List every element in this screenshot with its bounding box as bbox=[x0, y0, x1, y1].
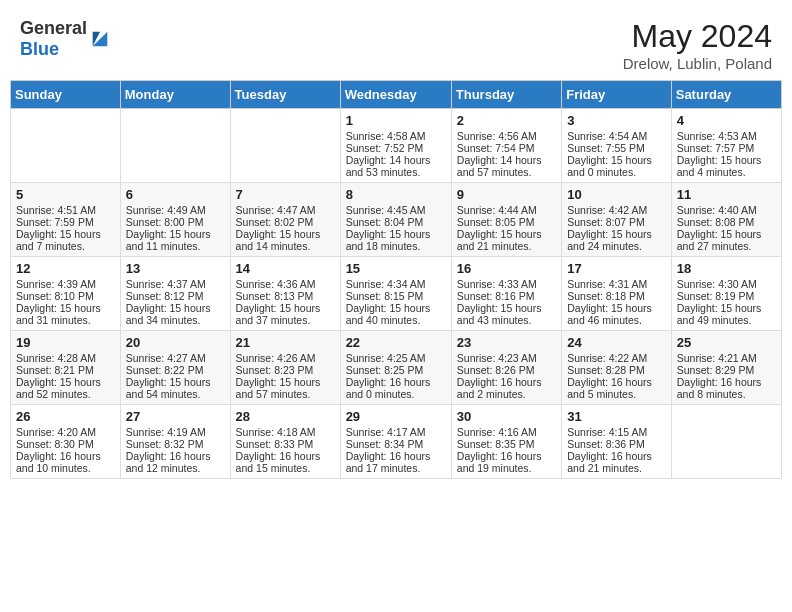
day-info-line: Daylight: 15 hours and 4 minutes. bbox=[677, 154, 776, 178]
day-info-line: Sunrise: 4:30 AM bbox=[677, 278, 776, 290]
day-info-line: Sunrise: 4:45 AM bbox=[346, 204, 446, 216]
day-info-line: Daylight: 15 hours and 43 minutes. bbox=[457, 302, 556, 326]
day-number: 17 bbox=[567, 261, 666, 276]
day-info-line: Sunset: 7:59 PM bbox=[16, 216, 115, 228]
calendar-cell: 24Sunrise: 4:22 AMSunset: 8:28 PMDayligh… bbox=[562, 331, 672, 405]
calendar-cell: 20Sunrise: 4:27 AMSunset: 8:22 PMDayligh… bbox=[120, 331, 230, 405]
day-info-line: Sunset: 8:19 PM bbox=[677, 290, 776, 302]
day-number: 23 bbox=[457, 335, 556, 350]
day-info-line: Sunrise: 4:49 AM bbox=[126, 204, 225, 216]
day-info-line: Sunrise: 4:34 AM bbox=[346, 278, 446, 290]
day-info-line: Daylight: 15 hours and 46 minutes. bbox=[567, 302, 666, 326]
day-info-line: Daylight: 15 hours and 54 minutes. bbox=[126, 376, 225, 400]
calendar-cell: 11Sunrise: 4:40 AMSunset: 8:08 PMDayligh… bbox=[671, 183, 781, 257]
day-info-line: Sunrise: 4:20 AM bbox=[16, 426, 115, 438]
day-info-line: Daylight: 14 hours and 53 minutes. bbox=[346, 154, 446, 178]
day-info-line: Sunrise: 4:27 AM bbox=[126, 352, 225, 364]
calendar-week-row: 26Sunrise: 4:20 AMSunset: 8:30 PMDayligh… bbox=[11, 405, 782, 479]
day-number: 13 bbox=[126, 261, 225, 276]
day-info-line: Daylight: 15 hours and 14 minutes. bbox=[236, 228, 335, 252]
calendar-cell: 16Sunrise: 4:33 AMSunset: 8:16 PMDayligh… bbox=[451, 257, 561, 331]
day-number: 4 bbox=[677, 113, 776, 128]
day-info-line: Daylight: 15 hours and 31 minutes. bbox=[16, 302, 115, 326]
calendar-cell: 10Sunrise: 4:42 AMSunset: 8:07 PMDayligh… bbox=[562, 183, 672, 257]
day-number: 16 bbox=[457, 261, 556, 276]
day-info-line: Daylight: 15 hours and 18 minutes. bbox=[346, 228, 446, 252]
day-info-line: Sunrise: 4:54 AM bbox=[567, 130, 666, 142]
calendar-cell: 18Sunrise: 4:30 AMSunset: 8:19 PMDayligh… bbox=[671, 257, 781, 331]
calendar-cell: 22Sunrise: 4:25 AMSunset: 8:25 PMDayligh… bbox=[340, 331, 451, 405]
day-info-line: Sunset: 8:05 PM bbox=[457, 216, 556, 228]
day-info-line: Daylight: 14 hours and 57 minutes. bbox=[457, 154, 556, 178]
day-info-line: Sunset: 8:34 PM bbox=[346, 438, 446, 450]
calendar-table: SundayMondayTuesdayWednesdayThursdayFrid… bbox=[10, 80, 782, 479]
day-info-line: Daylight: 15 hours and 11 minutes. bbox=[126, 228, 225, 252]
day-info-line: Sunrise: 4:39 AM bbox=[16, 278, 115, 290]
calendar-cell: 19Sunrise: 4:28 AMSunset: 8:21 PMDayligh… bbox=[11, 331, 121, 405]
day-info-line: Daylight: 15 hours and 49 minutes. bbox=[677, 302, 776, 326]
day-info-line: Sunset: 8:21 PM bbox=[16, 364, 115, 376]
day-info-line: Daylight: 15 hours and 34 minutes. bbox=[126, 302, 225, 326]
day-info-line: Sunset: 7:52 PM bbox=[346, 142, 446, 154]
day-info-line: Sunrise: 4:26 AM bbox=[236, 352, 335, 364]
day-number: 12 bbox=[16, 261, 115, 276]
day-info-line: Daylight: 16 hours and 8 minutes. bbox=[677, 376, 776, 400]
day-info-line: Daylight: 15 hours and 37 minutes. bbox=[236, 302, 335, 326]
day-info-line: Sunset: 8:33 PM bbox=[236, 438, 335, 450]
day-info-line: Sunset: 8:26 PM bbox=[457, 364, 556, 376]
calendar-cell: 14Sunrise: 4:36 AMSunset: 8:13 PMDayligh… bbox=[230, 257, 340, 331]
calendar-cell bbox=[671, 405, 781, 479]
location-subtitle: Drelow, Lublin, Poland bbox=[623, 55, 772, 72]
day-info-line: Sunrise: 4:23 AM bbox=[457, 352, 556, 364]
day-info-line: Daylight: 15 hours and 40 minutes. bbox=[346, 302, 446, 326]
calendar-week-row: 12Sunrise: 4:39 AMSunset: 8:10 PMDayligh… bbox=[11, 257, 782, 331]
day-number: 7 bbox=[236, 187, 335, 202]
day-info-line: Sunrise: 4:31 AM bbox=[567, 278, 666, 290]
day-info-line: Daylight: 16 hours and 21 minutes. bbox=[567, 450, 666, 474]
day-number: 24 bbox=[567, 335, 666, 350]
calendar-cell: 27Sunrise: 4:19 AMSunset: 8:32 PMDayligh… bbox=[120, 405, 230, 479]
calendar-cell: 15Sunrise: 4:34 AMSunset: 8:15 PMDayligh… bbox=[340, 257, 451, 331]
day-number: 2 bbox=[457, 113, 556, 128]
day-info-line: Daylight: 15 hours and 0 minutes. bbox=[567, 154, 666, 178]
calendar-cell: 30Sunrise: 4:16 AMSunset: 8:35 PMDayligh… bbox=[451, 405, 561, 479]
day-number: 19 bbox=[16, 335, 115, 350]
day-info-line: Sunrise: 4:47 AM bbox=[236, 204, 335, 216]
logo-icon bbox=[89, 28, 111, 50]
calendar-cell bbox=[120, 109, 230, 183]
calendar-week-row: 19Sunrise: 4:28 AMSunset: 8:21 PMDayligh… bbox=[11, 331, 782, 405]
calendar-cell: 5Sunrise: 4:51 AMSunset: 7:59 PMDaylight… bbox=[11, 183, 121, 257]
calendar-cell: 29Sunrise: 4:17 AMSunset: 8:34 PMDayligh… bbox=[340, 405, 451, 479]
day-info-line: Sunset: 8:18 PM bbox=[567, 290, 666, 302]
day-info-line: Sunrise: 4:44 AM bbox=[457, 204, 556, 216]
day-info-line: Sunset: 8:15 PM bbox=[346, 290, 446, 302]
day-info-line: Sunrise: 4:37 AM bbox=[126, 278, 225, 290]
day-info-line: Sunrise: 4:28 AM bbox=[16, 352, 115, 364]
day-info-line: Sunset: 8:10 PM bbox=[16, 290, 115, 302]
day-info-line: Sunset: 8:12 PM bbox=[126, 290, 225, 302]
day-info-line: Sunrise: 4:53 AM bbox=[677, 130, 776, 142]
calendar-cell: 1Sunrise: 4:58 AMSunset: 7:52 PMDaylight… bbox=[340, 109, 451, 183]
calendar-cell: 31Sunrise: 4:15 AMSunset: 8:36 PMDayligh… bbox=[562, 405, 672, 479]
calendar-header-row: SundayMondayTuesdayWednesdayThursdayFrid… bbox=[11, 81, 782, 109]
day-info-line: Daylight: 16 hours and 15 minutes. bbox=[236, 450, 335, 474]
day-info-line: Daylight: 15 hours and 57 minutes. bbox=[236, 376, 335, 400]
day-header-friday: Friday bbox=[562, 81, 672, 109]
calendar-cell: 2Sunrise: 4:56 AMSunset: 7:54 PMDaylight… bbox=[451, 109, 561, 183]
day-number: 14 bbox=[236, 261, 335, 276]
day-info-line: Sunset: 8:32 PM bbox=[126, 438, 225, 450]
day-header-wednesday: Wednesday bbox=[340, 81, 451, 109]
day-info-line: Sunrise: 4:36 AM bbox=[236, 278, 335, 290]
day-info-line: Sunset: 8:25 PM bbox=[346, 364, 446, 376]
logo: General Blue bbox=[20, 18, 111, 60]
day-info-line: Daylight: 16 hours and 10 minutes. bbox=[16, 450, 115, 474]
calendar-cell: 7Sunrise: 4:47 AMSunset: 8:02 PMDaylight… bbox=[230, 183, 340, 257]
day-number: 3 bbox=[567, 113, 666, 128]
day-info-line: Sunrise: 4:51 AM bbox=[16, 204, 115, 216]
day-info-line: Sunset: 8:22 PM bbox=[126, 364, 225, 376]
calendar-cell: 13Sunrise: 4:37 AMSunset: 8:12 PMDayligh… bbox=[120, 257, 230, 331]
day-info-line: Daylight: 16 hours and 0 minutes. bbox=[346, 376, 446, 400]
day-info-line: Daylight: 16 hours and 2 minutes. bbox=[457, 376, 556, 400]
day-info-line: Sunset: 8:30 PM bbox=[16, 438, 115, 450]
day-info-line: Sunset: 8:07 PM bbox=[567, 216, 666, 228]
